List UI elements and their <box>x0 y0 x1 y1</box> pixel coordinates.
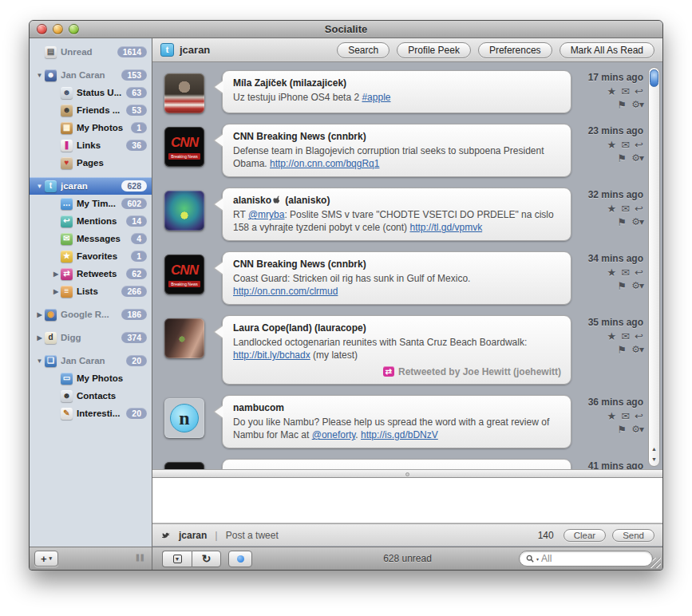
sidebar-resize-grip[interactable]: ⦀⦀ <box>136 553 147 564</box>
pane-splitter[interactable] <box>152 469 662 478</box>
preferences-button[interactable]: Preferences <box>478 42 552 58</box>
favorite-star-icon[interactable]: ★ <box>607 203 617 214</box>
tweet-link[interactable]: @oneforty <box>312 429 356 440</box>
scroll-down-arrow-icon[interactable]: ▼ <box>649 456 659 462</box>
collapse-tweets-button[interactable]: ▼ <box>162 551 192 567</box>
title-bar[interactable]: Socialite <box>30 21 662 38</box>
tweet-link[interactable]: http://on.cnn.com/clrmud <box>233 286 338 297</box>
flag-icon[interactable]: ⚑ <box>618 345 627 355</box>
actions-gear-icon[interactable]: ⚙▾ <box>631 153 643 164</box>
tweet-text: Landlocked octogenarian reunites with Sa… <box>233 336 561 361</box>
tweet-link[interactable]: http://on.cnn.com/bqgRq1 <box>270 158 379 169</box>
compose-input[interactable] <box>152 478 662 523</box>
reply-icon[interactable]: ↩ <box>635 203 643 214</box>
send-button[interactable]: Send <box>612 529 654 542</box>
splitter-handle[interactable] <box>405 472 409 476</box>
sidebar-item-label: Digg <box>61 333 121 342</box>
tweet-avatar[interactable]: CNN Breaking News <box>164 255 204 294</box>
refresh-button[interactable]: ↻ <box>192 551 221 567</box>
sidebar-item-my-photos-2[interactable]: ▭ My Photos <box>30 369 152 387</box>
direct-message-icon[interactable]: ✉ <box>621 203 630 214</box>
tweet-avatar[interactable]: n <box>164 398 204 438</box>
disclosure-triangle-icon[interactable]: ▼ <box>34 357 45 365</box>
sidebar-item-interesting[interactable]: ✎ Interesti... 20 <box>30 405 152 422</box>
sidebar-item-links[interactable]: ❚ Links 36 <box>30 136 152 154</box>
tweet-author: CNN Breaking News (cnnbrk) <box>233 259 366 270</box>
sidebar-item-jan-caran-photos[interactable]: ▼ ❏ Jan Caran 20 <box>30 352 152 369</box>
favorite-star-icon[interactable]: ★ <box>607 140 617 150</box>
tweet-link[interactable]: http://tl.gd/vpmvk <box>409 222 482 233</box>
flag-icon[interactable]: ⚑ <box>618 100 627 110</box>
tweet-link[interactable]: http://bit.ly/bchadx <box>233 349 310 361</box>
sidebar-item-friends[interactable]: ☻ Friends ... 53 <box>30 101 152 119</box>
clear-button[interactable]: Clear <box>563 529 606 542</box>
reply-icon[interactable]: ↩ <box>635 140 643 150</box>
favorite-star-icon[interactable]: ★ <box>607 331 617 342</box>
sidebar-item-jcaran-twitter[interactable]: ▼ t jcaran 628 <box>30 177 152 195</box>
actions-gear-icon[interactable]: ⚙▾ <box>631 424 643 435</box>
disclosure-triangle-icon[interactable]: ▼ <box>34 183 45 190</box>
tweet-avatar[interactable]: CNN Breaking News <box>164 127 204 167</box>
reply-icon[interactable]: ↩ <box>635 86 643 97</box>
sidebar-item-my-photos-facebook[interactable]: ▦ My Photos 1 <box>30 119 152 136</box>
refresh-icon: ↻ <box>202 552 212 565</box>
tweet-avatar[interactable] <box>164 191 204 231</box>
flag-icon[interactable]: ⚑ <box>618 217 627 227</box>
disclosure-triangle-icon[interactable]: ▼ <box>34 72 45 79</box>
direct-message-icon[interactable]: ✉ <box>621 411 630 421</box>
sidebar-item-unread[interactable]: ▤ Unread 1614 <box>30 43 152 61</box>
reply-icon[interactable]: ↩ <box>635 411 643 421</box>
direct-message-icon[interactable]: ✉ <box>621 140 630 150</box>
sidebar-item-status-updates[interactable]: ☻ Status U... 63 <box>30 84 152 101</box>
sidebar-item-digg[interactable]: ▶ d Digg 374 <box>30 329 152 346</box>
disclosure-triangle-icon[interactable]: ▶ <box>51 270 61 278</box>
mark-all-as-read-button[interactable]: Mark All As Read <box>560 42 654 58</box>
sidebar-item-favorites[interactable]: ★ Favorites 1 <box>30 247 152 265</box>
direct-message-icon[interactable]: ✉ <box>621 86 630 97</box>
timeline-bubble-icon: … <box>61 198 73 210</box>
disclosure-triangle-icon[interactable]: ▶ <box>34 334 45 342</box>
tweet-avatar[interactable] <box>164 73 204 113</box>
reply-icon[interactable]: ↩ <box>635 331 643 342</box>
direct-message-icon[interactable]: ✉ <box>621 331 630 342</box>
profile-peek-button[interactable]: Profile Peek <box>397 42 471 58</box>
sidebar-item-contacts[interactable]: ☻ Contacts <box>30 387 152 405</box>
direct-message-icon[interactable]: ✉ <box>621 267 630 278</box>
scroll-up-arrow-icon[interactable]: ▲ <box>649 446 659 452</box>
sidebar-item-mentions[interactable]: ↩ Mentions 14 <box>30 212 152 230</box>
sidebar-item-pages[interactable]: ♥ Pages <box>30 154 152 172</box>
status-indicator-button[interactable] <box>228 551 252 567</box>
search-scope-caret-icon[interactable]: ▾ <box>536 556 539 562</box>
favorite-star-icon[interactable]: ★ <box>607 267 617 278</box>
add-account-button[interactable]: + ▾ <box>34 551 58 567</box>
tweet-avatar[interactable] <box>164 318 204 358</box>
tweet-avatar[interactable] <box>164 462 204 469</box>
flag-icon[interactable]: ⚑ <box>618 281 627 291</box>
disclosure-triangle-icon[interactable]: ▶ <box>51 288 61 295</box>
sidebar-item-messages[interactable]: ✉ Messages 4 <box>30 230 152 247</box>
sidebar-item-my-timeline[interactable]: … My Tim... 602 <box>30 195 152 212</box>
tweet-link[interactable]: #apple <box>362 92 390 103</box>
sidebar-item-lists[interactable]: ▶ ≡ Lists 266 <box>30 282 152 300</box>
search-button[interactable]: Search <box>337 42 389 58</box>
scrollbar-thumb[interactable] <box>650 69 658 87</box>
tweet-link[interactable]: http://is.gd/bDNzV <box>361 429 438 440</box>
sidebar-item-google-reader[interactable]: ▶ ◉ Google R... 186 <box>30 306 152 323</box>
actions-gear-icon[interactable]: ⚙▾ <box>631 217 643 227</box>
search-field[interactable]: ▾ All <box>519 551 653 567</box>
actions-gear-icon[interactable]: ⚙▾ <box>631 281 643 291</box>
actions-gear-icon[interactable]: ⚙▾ <box>631 345 643 355</box>
favorite-star-icon[interactable]: ★ <box>607 411 617 421</box>
twitter-bird-icon <box>160 529 172 541</box>
actions-gear-icon[interactable]: ⚙▾ <box>631 100 643 110</box>
reply-icon[interactable]: ↩ <box>635 267 643 278</box>
twitter-account-icon: t <box>160 43 174 57</box>
sidebar-item-retweets[interactable]: ▶ ⇄ Retweets 62 <box>30 265 152 282</box>
tweet-link[interactable]: @mryba <box>248 209 285 220</box>
flag-icon[interactable]: ⚑ <box>618 153 627 164</box>
flag-icon[interactable]: ⚑ <box>618 424 627 435</box>
disclosure-triangle-icon[interactable]: ▶ <box>34 311 45 318</box>
sidebar-item-jan-caran-facebook[interactable]: ▼ ☻ Jan Caran 153 <box>30 66 152 84</box>
scrollbar[interactable]: ▲ ▼ <box>648 67 660 467</box>
favorite-star-icon[interactable]: ★ <box>607 86 617 97</box>
